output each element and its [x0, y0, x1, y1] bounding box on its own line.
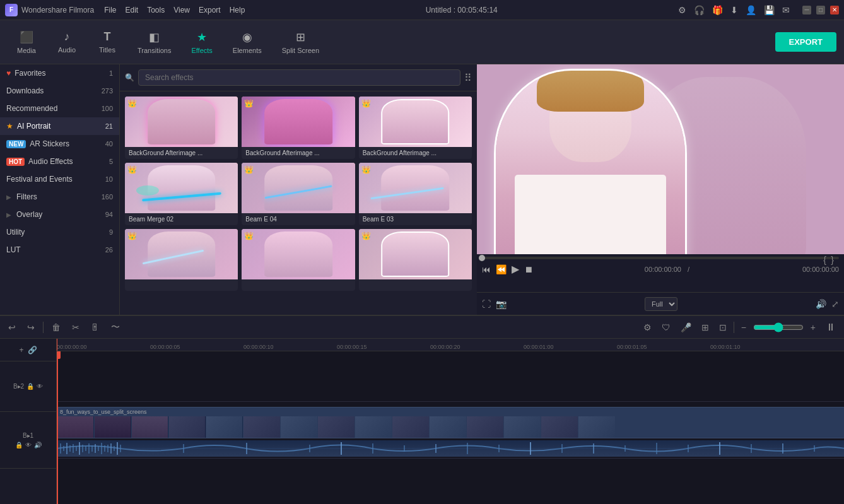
- sidebar-item-festival-events[interactable]: Festival and Events 10: [0, 170, 119, 188]
- sidebar-item-utility[interactable]: Utility 9: [0, 223, 119, 241]
- preview-controls: { } ⏮ ⏪ ▶ ⏹ 00:00:00:00 / 00:00:00:00: [477, 254, 844, 292]
- settings-icon[interactable]: ⚙: [678, 5, 686, 15]
- sidebar-item-overlay[interactable]: ▶ Overlay 94: [0, 206, 119, 223]
- play-button[interactable]: ▶: [512, 263, 519, 275]
- track-2-volume-icon[interactable]: 🔊: [34, 442, 42, 448]
- preview-progress-bar[interactable]: { }: [482, 257, 839, 259]
- redo-button[interactable]: ↪: [24, 320, 38, 334]
- track-1-lock-icon[interactable]: 🔒: [26, 383, 34, 390]
- effect-label-5: Beam E 04: [242, 213, 355, 225]
- svg-rect-12: [95, 444, 96, 453]
- sidebar-item-recommended[interactable]: Recommended 100: [0, 100, 119, 117]
- fullscreen-icon[interactable]: ⛶: [482, 299, 491, 309]
- sidebar-item-downloads[interactable]: Downloads 273: [0, 82, 119, 100]
- maximize-button[interactable]: □: [816, 6, 825, 15]
- sidebar-item-ar-stickers[interactable]: NEW AR Stickers 40: [0, 135, 119, 153]
- zoom-slider[interactable]: [753, 322, 804, 332]
- sidebar-item-favorites[interactable]: ♥ Favorites 1: [0, 64, 119, 82]
- delete-button[interactable]: 🗑: [49, 320, 64, 334]
- undo-button[interactable]: ↩: [5, 320, 19, 334]
- tab-audio[interactable]: ♪ Audio: [48, 26, 86, 57]
- volume-icon[interactable]: 🔊: [816, 299, 826, 309]
- effect-card-2[interactable]: 👑 BackGround Afterimage ...: [242, 97, 355, 159]
- effect-card-6[interactable]: 👑 Beam E 03: [359, 163, 472, 225]
- download-icon[interactable]: ⬇: [730, 5, 738, 15]
- ruler-tick-0: 00:00:00:00: [57, 344, 87, 350]
- svg-rect-1: [60, 443, 61, 454]
- settings-tl-icon[interactable]: ⚙: [640, 320, 655, 334]
- menu-help[interactable]: Help: [230, 6, 245, 15]
- track-2-eye-icon[interactable]: 👁: [25, 442, 32, 448]
- audio-adjust-button[interactable]: 🎚: [88, 320, 103, 334]
- pause-tl-button[interactable]: ⏸: [823, 320, 839, 335]
- clip-thumb-2: [95, 416, 131, 438]
- clip-thumb-1: [57, 416, 94, 438]
- mail-icon[interactable]: ✉: [782, 5, 790, 15]
- track-1-eye-icon[interactable]: 👁: [37, 383, 43, 390]
- prev-frame-button[interactable]: ⏮: [482, 264, 491, 274]
- video-clip[interactable]: 8_fun_ways_to_use_split_screens: [57, 407, 844, 438]
- effect-card-3[interactable]: 👑 BackGround Afterimage ...: [359, 97, 472, 159]
- step-back-button[interactable]: ⏪: [496, 264, 507, 274]
- utility-label: Utility: [6, 228, 25, 237]
- minimize-button[interactable]: ─: [802, 6, 811, 15]
- grid-layout-icon[interactable]: ⠿: [464, 72, 472, 84]
- gift-icon[interactable]: 🎁: [712, 5, 723, 15]
- quality-select[interactable]: Full: [645, 297, 677, 311]
- effect-card-5[interactable]: 👑 Beam E 04: [242, 163, 355, 225]
- effect-card-1[interactable]: 👑 BackGround Afterimage ...: [125, 97, 238, 159]
- effect-card-9[interactable]: 👑: [359, 229, 472, 291]
- menu-file[interactable]: File: [104, 6, 116, 15]
- effect-card-7[interactable]: 👑: [125, 229, 238, 291]
- preview-video: [477, 64, 844, 254]
- close-button[interactable]: ✕: [830, 6, 839, 15]
- svg-rect-18: [114, 446, 115, 451]
- mic-icon[interactable]: 🎤: [677, 320, 695, 334]
- expand-icon[interactable]: ⤢: [831, 299, 839, 309]
- effect-card-4[interactable]: 👑 Beam Merge 02: [125, 163, 238, 225]
- stop-button[interactable]: ⏹: [524, 264, 533, 274]
- cut-button[interactable]: ✂: [69, 320, 83, 334]
- tab-transitions[interactable]: ◧ Transitions: [129, 26, 180, 58]
- track-2-lock-icon[interactable]: 🔒: [15, 442, 23, 448]
- app-logo: F: [5, 4, 18, 16]
- waveform-button[interactable]: 〜: [108, 320, 123, 335]
- zoom-out-icon[interactable]: −: [738, 320, 749, 334]
- multitrack-icon[interactable]: ⊞: [698, 320, 712, 334]
- effect-card-8[interactable]: 👑: [242, 229, 355, 291]
- search-input[interactable]: [138, 69, 460, 86]
- tab-media[interactable]: ⬛ Media: [8, 26, 45, 58]
- sidebar-item-filters[interactable]: ▶ Filters 160: [0, 188, 119, 206]
- menu-export[interactable]: Export: [199, 6, 221, 15]
- tab-effects[interactable]: ★ Effects: [182, 26, 221, 58]
- link-track-icon[interactable]: 🔗: [28, 346, 37, 355]
- add-track-icon[interactable]: +: [19, 346, 23, 355]
- timeline-ruler[interactable]: 00:00:00:00 00:00:00:05 00:00:00:10 00:0…: [57, 339, 844, 351]
- user-icon[interactable]: 👤: [746, 5, 756, 15]
- svg-rect-11: [91, 445, 93, 452]
- crown-icon-5: 👑: [244, 165, 254, 174]
- effect-label-8: [242, 279, 355, 291]
- sidebar-item-ai-portrait[interactable]: ★ AI Portrait 21: [0, 117, 119, 135]
- preview-progress-thumb[interactable]: [479, 255, 485, 261]
- sidebar-item-lut[interactable]: LUT 26: [0, 241, 119, 259]
- export-button[interactable]: EXPORT: [775, 32, 836, 52]
- snapshot-icon[interactable]: 📷: [496, 299, 507, 309]
- tab-titles[interactable]: T Titles: [88, 26, 126, 57]
- playhead-head[interactable]: [57, 351, 61, 359]
- zoom-in-icon[interactable]: +: [807, 320, 819, 334]
- menu-tools[interactable]: Tools: [147, 6, 165, 15]
- menu-view[interactable]: View: [173, 6, 190, 15]
- tab-split-screen[interactable]: ⊞ Split Screen: [273, 26, 328, 58]
- shield-icon[interactable]: 🛡: [659, 320, 674, 334]
- titles-label: Titles: [99, 46, 115, 54]
- svg-rect-37: [751, 444, 752, 453]
- headset-icon[interactable]: 🎧: [694, 5, 705, 15]
- save-icon[interactable]: 💾: [764, 5, 775, 15]
- sidebar-item-audio-effects-left: HOT Audio Effects: [6, 157, 73, 166]
- tab-elements[interactable]: ◉ Elements: [224, 26, 271, 58]
- menu-edit[interactable]: Edit: [126, 6, 139, 15]
- gallery-icon[interactable]: ⊡: [716, 320, 730, 334]
- audio-waveform: [57, 440, 844, 457]
- sidebar-item-audio-effects[interactable]: HOT Audio Effects 5: [0, 153, 119, 170]
